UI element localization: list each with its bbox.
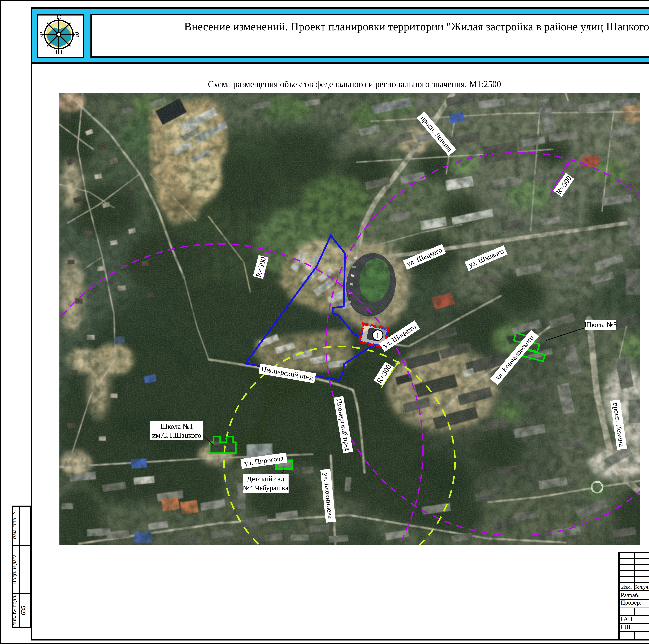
svg-text:№4 Чебурашка: №4 Чебурашка [243,484,289,492]
svg-text:Подп. и дата: Подп. и дата [11,554,17,585]
svg-text:Кол.уч.: Кол.уч. [634,584,649,590]
svg-text:Изм.: Изм. [621,584,632,590]
svg-text:635: 635 [20,606,27,615]
svg-text:З: З [39,31,43,38]
svg-text:им.С.Т.Шацкого: им.С.Т.Шацкого [152,431,201,439]
svg-text:Школа №1: Школа №1 [160,422,193,430]
svg-text:ГАП: ГАП [621,615,633,622]
svg-text:ГИП: ГИП [621,624,633,630]
svg-text:В: В [75,31,80,38]
svg-text:Внесение изменений. Проект пла: Внесение изменений. Проект планировки те… [184,20,649,33]
svg-text:Инв. № подл.: Инв. № подл. [11,595,17,627]
svg-text:Провер.: Провер. [621,599,641,606]
svg-text:Схема размещения объектов феде: Схема размещения объектов федерального и… [208,79,501,89]
svg-text:Ю: Ю [55,48,62,56]
svg-text:1: 1 [376,331,380,339]
svg-text:Школа №5: Школа №5 [584,321,617,329]
svg-text:Разраб.: Разраб. [621,592,640,598]
svg-text:С: С [56,13,61,21]
svg-text:Взам. инв. №: Взам. инв. № [11,510,17,542]
svg-text:Детский сад: Детский сад [247,475,285,483]
